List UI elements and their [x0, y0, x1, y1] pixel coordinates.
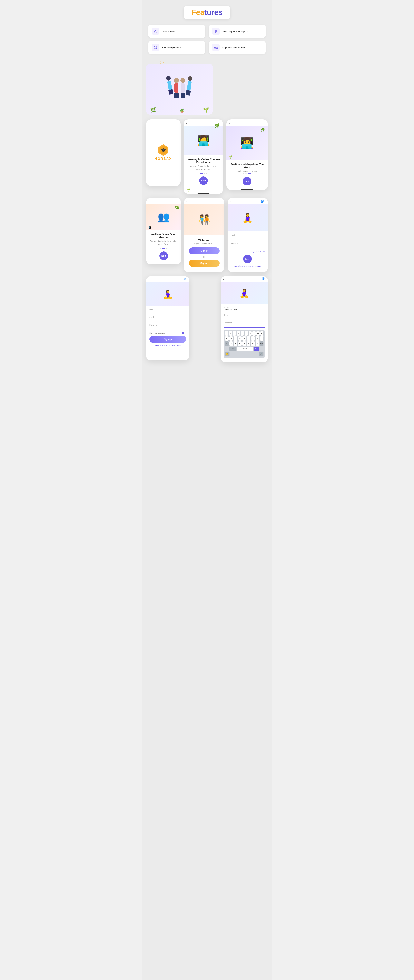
dot-2 [245, 173, 247, 174]
key-k[interactable]: K [256, 336, 259, 340]
password-input[interactable] [231, 245, 264, 249]
svg-point-0 [154, 32, 154, 33]
onboard-3-illustration: 👩‍💻 🌿 🌱 [226, 126, 268, 160]
key-go[interactable]: Go [254, 347, 259, 351]
key-g[interactable]: G [242, 336, 246, 340]
home-indicator [158, 264, 170, 264]
home-indicator [198, 272, 210, 272]
feature-layers-label: Well organized layers [222, 30, 248, 33]
key-backspace[interactable]: ⌫ [260, 341, 263, 346]
key-a[interactable]: A [225, 336, 229, 340]
key-q[interactable]: Q [225, 331, 228, 336]
key-123[interactable]: 123 [229, 347, 236, 351]
hero-illustration: 🌿 🌱 🪴 [146, 64, 213, 115]
feature-components-label: 80+ components [161, 46, 182, 49]
onboard-1-content: Learning In Online Courses From Home We … [184, 155, 223, 192]
signup-name-input[interactable] [150, 311, 186, 314]
key-emoji[interactable]: 🙂 [225, 352, 229, 356]
signup-password-input[interactable] [150, 326, 186, 330]
email-input[interactable] [231, 237, 264, 240]
save-password-toggle[interactable] [182, 332, 186, 334]
password-label: Password [231, 242, 264, 244]
or-text: Or [203, 256, 205, 258]
mentor-screen: ‹ 👥 📱 🌿 We Have Some Great Mentors We ar… [146, 198, 181, 264]
key-b[interactable]: B [247, 341, 250, 346]
dont-have-text: Don't have an account? [234, 265, 254, 267]
back-arrow-mentor[interactable]: ‹ [146, 198, 181, 204]
signin-button[interactable]: Sign in [189, 247, 220, 255]
key-y[interactable]: Y [245, 331, 248, 336]
page-title: Features [184, 6, 230, 19]
next-button-3[interactable]: Next [243, 177, 251, 185]
key-p[interactable]: P [260, 331, 263, 336]
toggle-knob [184, 332, 186, 334]
key-h[interactable]: H [247, 336, 250, 340]
key-v[interactable]: V [242, 341, 246, 346]
already-have-text: Already have an account? [154, 344, 177, 346]
dot-2 [162, 248, 165, 249]
profile-name-label: Name [224, 306, 264, 308]
next-button-1[interactable]: Next [199, 177, 208, 185]
key-d[interactable]: D [234, 336, 237, 340]
profile-name-input[interactable]: Alonzo A. Cain [224, 309, 264, 312]
signup-submit-button[interactable]: Signup [150, 336, 186, 343]
key-l[interactable]: L [260, 336, 263, 340]
signup-link-login[interactable]: Signup [255, 265, 261, 267]
key-f[interactable]: F [238, 336, 242, 340]
profile-screen: ‹ 🧘‍♀️ 🌀 Name Alonzo A. Cain Email Passw… [221, 276, 268, 363]
key-m[interactable]: M [256, 341, 259, 346]
key-z[interactable]: Z [229, 341, 233, 346]
key-i[interactable]: I [253, 331, 256, 336]
plant-right: 🌱 [203, 107, 209, 113]
font-icon: Aa [212, 44, 220, 51]
save-password-row: Save your password [150, 332, 186, 334]
back-arrow-profile[interactable]: ‹ [221, 276, 268, 282]
welcome-illustration: 🧑‍🤝‍🧑 [184, 204, 224, 235]
profile-email-input[interactable] [224, 317, 264, 320]
signup-illustration: 🧘‍♀️ 🌀 [146, 282, 189, 306]
profile-password-input[interactable] [224, 324, 264, 328]
key-c[interactable]: C [238, 341, 242, 346]
key-s[interactable]: S [229, 336, 233, 340]
profile-name-value: Alonzo A. Cain [224, 309, 237, 311]
login-button[interactable]: Login [243, 255, 252, 263]
screens-row-3: ‹ 🧘‍♀️ 🌀 Name Email Password [146, 276, 268, 363]
key-w[interactable]: W [229, 331, 232, 336]
key-r[interactable]: R [237, 331, 240, 336]
dot-1 [160, 248, 161, 249]
key-o[interactable]: O [256, 331, 260, 336]
back-arrow-welcome[interactable]: ‹ [184, 198, 224, 204]
onboard-1-illustration: 🧑‍💻 🌿 🌱 [184, 126, 223, 155]
back-arrow-3[interactable]: ‹ [226, 119, 268, 126]
forgot-link[interactable]: Forgot password? [231, 251, 264, 253]
signup-name-group: Name [150, 308, 186, 314]
key-u[interactable]: U [248, 331, 252, 336]
key-n[interactable]: N [251, 341, 255, 346]
signup-password-label: Password [150, 324, 186, 326]
key-j[interactable]: J [251, 336, 255, 340]
next-button-mentor[interactable]: Next [159, 251, 168, 260]
onboard-1-desc: We are offering the best online courses … [187, 165, 220, 171]
layers-icon [212, 28, 220, 35]
key-mic[interactable]: 🎤 [259, 352, 263, 356]
save-password-label: Save your password [150, 332, 166, 334]
login-link-signup[interactable]: login [177, 344, 181, 346]
vector-icon [152, 28, 159, 35]
email-group: Email [231, 234, 264, 240]
dot-3 [166, 248, 167, 249]
mentor-content: We Have Some Great Mentors We are offeri… [146, 230, 181, 263]
key-shift[interactable]: ⇧ [225, 341, 229, 346]
onboard-1-dots [200, 173, 207, 173]
splash-screen: 🎓 HORBAX [146, 119, 180, 186]
page-wrapper: Features Vector files Well o [142, 0, 272, 980]
signup-email-input[interactable] [150, 318, 186, 322]
back-arrow-signup[interactable]: ‹ [146, 276, 189, 282]
key-e[interactable]: E [233, 331, 236, 336]
signup-button-welcome[interactable]: Signup [189, 260, 220, 267]
key-t[interactable]: T [241, 331, 244, 336]
keyboard-row-1: Q W E R T Y U I O P [225, 331, 263, 336]
key-x[interactable]: X [234, 341, 237, 346]
welcome-screen: ‹ 🧑‍🤝‍🧑 Welcome Sign in to enter the app… [184, 198, 224, 272]
feature-fonts-label: Poppins font family [222, 46, 245, 49]
key-space[interactable]: space [237, 347, 253, 351]
